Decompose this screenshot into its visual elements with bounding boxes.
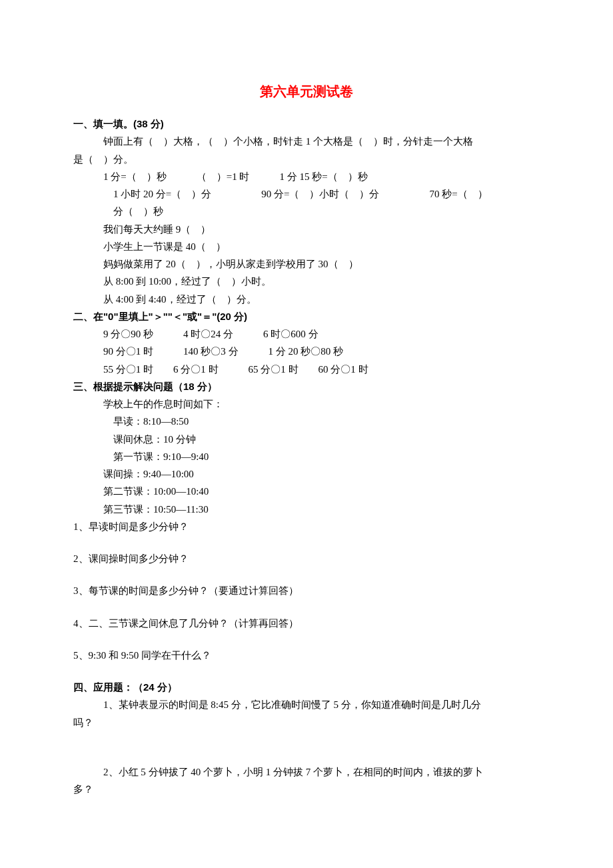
s3-line: 早读：8:10—8:50 (73, 413, 540, 430)
page-title: 第六单元测试卷 (73, 80, 540, 103)
section-1-head: 一、填一填。(38 分) (73, 115, 540, 133)
s4-q1-line2: 吗？ (73, 714, 540, 731)
s3-q2: 2、课间操时间多少分钟？ (73, 550, 540, 567)
s2-line: 90 分〇1 时 140 秒〇3 分 1 分 20 秒〇80 秒 (73, 343, 540, 360)
s4-q2-line2: 多？ (73, 781, 540, 798)
s4-q1-line1: 1、某钟表显示的时间是 8:45 分，它比准确时间慢了 5 分，你知道准确时间是… (73, 696, 540, 713)
s1-line: 从 4:00 到 4:40，经过了（ ）分。 (73, 291, 540, 308)
s1-line: 1 分=（ ）秒 （ ）=1 时 1 分 15 秒=（ ）秒 (73, 168, 540, 185)
section-2-head: 二、在"0"里填上"＞""＜"或"＝"(20 分) (73, 308, 540, 325)
s3-q5: 5、9:30 和 9:50 同学在干什么？ (73, 647, 540, 664)
s3-q4: 4、二、三节课之间休息了几分钟？（计算再回答） (73, 615, 540, 632)
s4-q2-line1: 2、小红 5 分钟拔了 40 个萝卜，小明 1 分钟拔 7 个萝卜，在相同的时间… (73, 763, 540, 781)
s1-line: 1 小时 20 分=（ ）分 90 分=（ ）小时（ ）分 70 秒=（ ） (73, 185, 540, 203)
s3-line: 第一节课：9:10—9:40 (73, 448, 540, 465)
s3-line: 第二节课：10:00—10:40 (73, 483, 540, 500)
section-3-head: 三、根据提示解决问题（18 分） (73, 378, 540, 395)
s1-line: 是（ ）分。 (73, 151, 540, 168)
s3-line: 学校上午的作息时间如下： (73, 395, 540, 413)
s3-line: 课间操：9:40—10:00 (73, 465, 540, 483)
s3-line: 第三节课：10:50—11:30 (73, 501, 540, 518)
s1-line: 从 8:00 到 10:00，经过了（ ）小时。 (73, 273, 540, 290)
s1-line: 分（ ）秒 (73, 203, 540, 220)
s3-q3: 3、每节课的时间是多少分钟？（要通过计算回答） (73, 582, 540, 599)
s1-line: 妈妈做菜用了 20（ ），小明从家走到学校用了 30（ ） (73, 255, 540, 273)
s3-line: 课间休息：10 分钟 (73, 431, 540, 448)
s1-line: 小学生上一节课是 40（ ） (73, 238, 540, 255)
section-4-head: 四、应用题：（24 分） (73, 679, 540, 696)
s3-q1: 1、早读时间是多少分钟？ (73, 518, 540, 535)
s2-line: 55 分〇1 时 6 分〇1 时 65 分〇1 时 60 分〇1 时 (73, 361, 540, 378)
s1-line: 钟面上有（ ）大格，（ ）个小格，时针走 1 个大格是（ ）时，分针走一个大格 (73, 133, 540, 150)
s2-line: 9 分〇90 秒 4 时〇24 分 6 时〇600 分 (73, 325, 540, 343)
s1-line: 我们每天大约睡 9（ ） (73, 221, 540, 238)
